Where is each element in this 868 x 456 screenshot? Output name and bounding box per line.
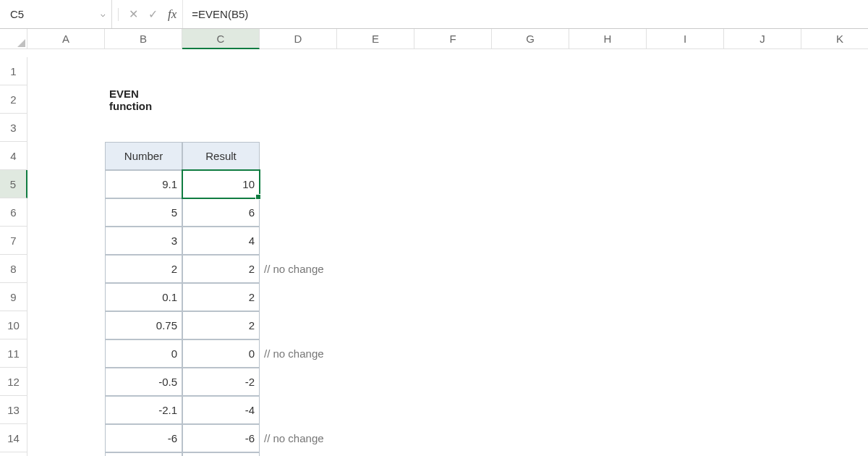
cell-B3[interactable]	[105, 114, 182, 142]
cell-G8[interactable]	[492, 255, 569, 283]
chevron-down-icon[interactable]: ⌵	[101, 9, 106, 19]
table-cell-number[interactable]: 0	[105, 339, 182, 368]
cell-G13[interactable]	[492, 396, 569, 424]
cell-A7[interactable]	[27, 227, 105, 255]
cell-C2[interactable]	[182, 85, 260, 114]
row-header-5[interactable]: 5	[0, 170, 27, 198]
cell-F1[interactable]	[414, 57, 492, 85]
cell-H2[interactable]	[569, 85, 647, 114]
cell-K7[interactable]	[801, 227, 868, 255]
cell-I2[interactable]	[647, 85, 724, 114]
cell-D1[interactable]	[260, 57, 337, 85]
cell-K9[interactable]	[801, 283, 868, 311]
cell-E12[interactable]	[337, 368, 414, 396]
row-header-15[interactable]: 15	[0, 452, 27, 456]
cell-G9[interactable]	[492, 283, 569, 311]
column-header-I[interactable]: I	[647, 29, 724, 49]
cell-J8[interactable]	[724, 255, 801, 283]
cell-A13[interactable]	[27, 396, 105, 424]
table-cell-result[interactable]: -4	[182, 396, 260, 424]
column-header-F[interactable]: F	[414, 29, 492, 49]
cell-E9[interactable]	[337, 283, 414, 311]
cell-E2[interactable]	[337, 85, 414, 114]
column-header-A[interactable]: A	[27, 29, 105, 49]
cell-I4[interactable]	[647, 142, 724, 170]
cell-G11[interactable]	[492, 339, 569, 368]
cell-I8[interactable]	[647, 255, 724, 283]
cell-K8[interactable]	[801, 255, 868, 283]
cell-I9[interactable]	[647, 283, 724, 311]
column-header-G[interactable]: G	[492, 29, 569, 49]
row-header-13[interactable]: 13	[0, 396, 27, 424]
cell-G4[interactable]	[492, 142, 569, 170]
cell-J11[interactable]	[724, 339, 801, 368]
cell-A1[interactable]	[27, 57, 105, 85]
cell-I7[interactable]	[647, 227, 724, 255]
cell-D15[interactable]	[260, 452, 337, 456]
cell-K6[interactable]	[801, 198, 868, 227]
cell-A14[interactable]	[27, 424, 105, 452]
table-cell-number[interactable]: -6	[105, 424, 182, 452]
cell-F7[interactable]	[414, 227, 492, 255]
cell-E11[interactable]	[337, 339, 414, 368]
cell-G3[interactable]	[492, 114, 569, 142]
cell-F14[interactable]	[414, 424, 492, 452]
cell-D5[interactable]	[260, 170, 337, 198]
cell-F12[interactable]	[414, 368, 492, 396]
cell-G12[interactable]	[492, 368, 569, 396]
row-header-10[interactable]: 10	[0, 311, 27, 339]
cell-H5[interactable]	[569, 170, 647, 198]
cell-J6[interactable]	[724, 198, 801, 227]
cell-I11[interactable]	[647, 339, 724, 368]
table-cell-result[interactable]: 0	[182, 339, 260, 368]
cell-A8[interactable]	[27, 255, 105, 283]
table-cell-result[interactable]: -8	[182, 452, 260, 456]
cell-E15[interactable]	[337, 452, 414, 456]
table-cell-result[interactable]: 10	[182, 170, 260, 198]
name-box-wrap[interactable]: C5 ⌵	[0, 0, 112, 28]
cell-E14[interactable]	[337, 424, 414, 452]
cell-H3[interactable]	[569, 114, 647, 142]
column-header-K[interactable]: K	[801, 29, 868, 49]
table-cell-number[interactable]: 0.1	[105, 283, 182, 311]
cell-J15[interactable]	[724, 452, 801, 456]
table-cell-result[interactable]: 2	[182, 311, 260, 339]
row-header-1[interactable]: 1	[0, 57, 27, 85]
row-header-14[interactable]: 14	[0, 424, 27, 452]
cell-J4[interactable]	[724, 142, 801, 170]
cell-K15[interactable]	[801, 452, 868, 456]
row-header-11[interactable]: 11	[0, 339, 27, 368]
column-header-B[interactable]: B	[105, 29, 182, 49]
cell-J12[interactable]	[724, 368, 801, 396]
table-cell-result[interactable]: 2	[182, 283, 260, 311]
cell-E8[interactable]	[337, 255, 414, 283]
cell-C1[interactable]	[182, 57, 260, 85]
cell-D6[interactable]	[260, 198, 337, 227]
cell-A2[interactable]	[27, 85, 105, 114]
cell-K1[interactable]	[801, 57, 868, 85]
cell-H8[interactable]	[569, 255, 647, 283]
table-cell-number[interactable]: 3	[105, 227, 182, 255]
cell-I10[interactable]	[647, 311, 724, 339]
cell-K5[interactable]	[801, 170, 868, 198]
cell-A11[interactable]	[27, 339, 105, 368]
cell-G7[interactable]	[492, 227, 569, 255]
cell-E3[interactable]	[337, 114, 414, 142]
row-header-6[interactable]: 6	[0, 198, 27, 227]
cell-J1[interactable]	[724, 57, 801, 85]
table-cell-number[interactable]: -6.5	[105, 452, 182, 456]
cell-B1[interactable]	[105, 57, 182, 85]
accept-icon[interactable]: ✓	[148, 7, 158, 21]
cell-H13[interactable]	[569, 396, 647, 424]
row-header-4[interactable]: 4	[0, 142, 27, 170]
table-cell-result[interactable]: 2	[182, 255, 260, 283]
cell-G1[interactable]	[492, 57, 569, 85]
cell-K13[interactable]	[801, 396, 868, 424]
table-cell-number[interactable]: 9.1	[105, 170, 182, 198]
cell-J13[interactable]	[724, 396, 801, 424]
cell-F5[interactable]	[414, 170, 492, 198]
cell-K3[interactable]	[801, 114, 868, 142]
cell-J2[interactable]	[724, 85, 801, 114]
cell-G5[interactable]	[492, 170, 569, 198]
cell-G15[interactable]	[492, 452, 569, 456]
